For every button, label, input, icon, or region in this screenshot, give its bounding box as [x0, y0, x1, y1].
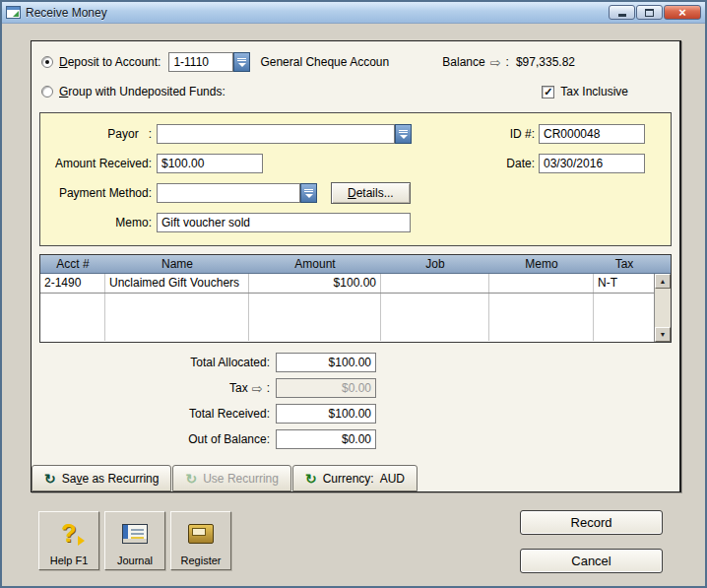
close-icon: × [678, 6, 686, 19]
recurring-icon: ↻ [44, 472, 56, 486]
tax-inclusive-group: ✓ Tax Inclusive [542, 85, 628, 98]
tax-arrow-icon: ⇨ [252, 381, 263, 396]
id-label: ID #: [491, 127, 539, 141]
table-scrollbar[interactable]: ▲ ▼ [654, 274, 671, 342]
account-dropdown-icon[interactable] [233, 52, 250, 72]
cell-name[interactable]: Unclaimed Gift Vouchers [105, 274, 249, 293]
tax-inclusive-checkbox[interactable]: ✓ [542, 86, 554, 98]
journal-button[interactable]: Journal [104, 511, 165, 570]
out-of-balance-field: $0.00 [276, 429, 376, 449]
deposit-to-account-label: Deposit to Account: [59, 55, 161, 69]
cancel-button-label: Cancel [571, 554, 611, 568]
total-allocated-field: $100.00 [276, 353, 376, 372]
payor-dropdown-icon[interactable] [395, 124, 412, 144]
register-button-label: Register [181, 555, 222, 566]
amount-received-field[interactable]: $100.00 [157, 154, 263, 173]
payor-label: Payor : [40, 127, 157, 141]
app-icon [6, 6, 21, 19]
col-header-name: Name [105, 257, 249, 271]
recurring-icon: ↻ [185, 472, 197, 486]
total-received-field: $100.00 [276, 404, 376, 424]
receive-money-window: Receive Money × Deposit to Account: 1-11… [0, 0, 707, 588]
check-icon: ✓ [544, 86, 552, 98]
memo-field[interactable]: Gift voucher sold [157, 213, 411, 232]
payment-method-dropdown-icon[interactable] [300, 183, 317, 203]
close-button[interactable]: × [664, 5, 701, 20]
total-allocated-label: Total Allocated: [32, 356, 276, 369]
register-icon [188, 524, 214, 544]
currency-icon: ↻ [305, 472, 317, 486]
cell-tax[interactable]: N-T [594, 274, 655, 293]
help-button-label: Help F1 [50, 555, 89, 566]
table-header-row: Acct # Name Amount Job Memo Tax [40, 255, 671, 274]
save-as-recurring-button[interactable]: ↻ Save as Recurring [32, 465, 171, 491]
window-title: Receive Money [26, 6, 107, 20]
record-button-label: Record [571, 515, 612, 530]
out-of-balance-label: Out of Balance: [32, 432, 276, 446]
maximize-button[interactable] [636, 5, 663, 20]
memo-label: Memo: [40, 216, 157, 229]
payment-method-field[interactable] [157, 183, 300, 203]
account-name-text: General Cheque Accoun [260, 55, 389, 69]
payor-field[interactable] [157, 124, 395, 144]
details-button[interactable]: Details... [331, 182, 411, 204]
allocation-table: Acct # Name Amount Job Memo Tax 2-1490 U… [39, 254, 672, 343]
help-button[interactable]: ? Help F1 [38, 511, 99, 570]
use-recurring-button: ↻ Use Recurring [172, 465, 290, 491]
minimize-icon [618, 14, 626, 17]
cancel-button[interactable]: Cancel [520, 549, 663, 573]
cell-job[interactable] [381, 274, 489, 293]
group-undeposited-radio[interactable] [41, 86, 53, 98]
totals-section: Total Allocated: $100.00 Tax⇨: $0.00 Tot… [32, 343, 679, 449]
tax-field: $0.00 [276, 378, 376, 398]
balance-display: Balance ⇨ : $97,335.82 [442, 55, 575, 70]
id-field[interactable]: CR000048 [539, 124, 645, 144]
tax-inclusive-label: Tax Inclusive [560, 85, 628, 98]
cell-memo[interactable] [489, 274, 594, 293]
col-header-tax: Tax [594, 257, 655, 271]
minimize-button[interactable] [609, 5, 635, 20]
balance-arrow-icon: ⇨ [490, 55, 501, 70]
group-undeposited-label: Group with Undeposited Funds: [59, 85, 225, 98]
journal-button-label: Journal [117, 555, 153, 566]
record-button[interactable]: Record [520, 510, 663, 535]
tax-label: Tax⇨: [32, 381, 276, 396]
register-button[interactable]: Register [170, 511, 231, 570]
account-field[interactable]: 1-1110 [168, 52, 233, 72]
payment-method-label: Payment Method: [40, 186, 157, 200]
balance-value: $97,335.82 [516, 55, 575, 69]
date-label: Date: [491, 157, 539, 170]
col-header-acct: Acct # [40, 257, 105, 271]
cell-amount[interactable]: $100.00 [249, 274, 381, 293]
maximize-icon [645, 9, 654, 17]
table-row: 2-1490 Unclaimed Gift Vouchers $100.00 N… [40, 274, 654, 294]
deposit-section: Deposit to Account: 1-1110 General Chequ… [32, 41, 679, 108]
col-header-amount: Amount [249, 257, 381, 271]
total-received-label: Total Received: [32, 407, 276, 421]
cell-acct[interactable]: 2-1490 [40, 274, 105, 293]
main-panel: Deposit to Account: 1-1110 General Chequ… [31, 40, 681, 492]
col-header-job: Job [381, 257, 489, 271]
currency-button[interactable]: ↻ Currency: AUD [292, 465, 418, 491]
date-field[interactable]: 03/30/2016 [539, 154, 645, 173]
scroll-up-icon: ▲ [660, 278, 667, 285]
scroll-down-icon: ▼ [660, 331, 667, 338]
journal-icon [122, 524, 148, 544]
help-icon: ? [61, 519, 76, 548]
footer-tabs: ↻ Save as Recurring ↻ Use Recurring ↻ Cu… [32, 465, 418, 491]
payment-form: Payor : ID #: CR000048 Amount Received: … [39, 112, 672, 246]
col-header-memo: Memo [489, 257, 594, 271]
titlebar[interactable]: Receive Money × [2, 2, 705, 24]
empty-rows-area[interactable] [40, 294, 654, 341]
table-body: 2-1490 Unclaimed Gift Vouchers $100.00 N… [40, 274, 671, 342]
window-controls: × [609, 5, 701, 20]
scroll-down-button[interactable]: ▼ [655, 327, 671, 342]
deposit-to-account-radio[interactable] [41, 56, 53, 68]
amount-received-label: Amount Received: [40, 157, 157, 170]
scroll-up-button[interactable]: ▲ [655, 274, 671, 289]
